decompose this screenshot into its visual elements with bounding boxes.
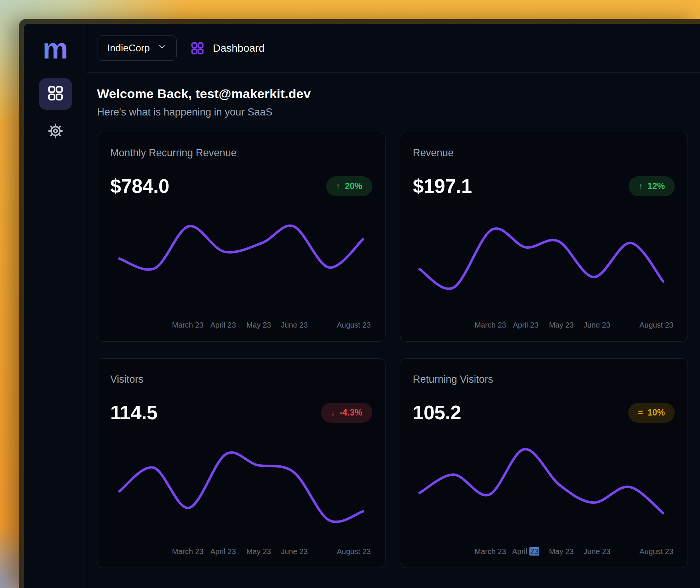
value-row: $784.0 ↑ 20% bbox=[110, 175, 372, 197]
x-axis-label: August 23 bbox=[639, 321, 673, 329]
trend-flat-icon: = bbox=[638, 408, 643, 418]
card-monthly-recurring-revenue: Monthly Recurring Revenue $784.0 ↑ 20% bbox=[97, 132, 385, 342]
card-title: Visitors bbox=[110, 374, 372, 385]
dashboard-grid-icon bbox=[190, 41, 205, 55]
card-title: Returning Visitors bbox=[413, 374, 675, 385]
metric-value: $197.1 bbox=[413, 175, 472, 197]
metric-value: $784.0 bbox=[110, 175, 169, 197]
makerkit-logo: m bbox=[43, 34, 68, 63]
line-chart bbox=[110, 440, 372, 534]
gear-icon bbox=[48, 123, 63, 140]
x-axis-label: April 23 bbox=[210, 321, 236, 329]
x-axis-label: June 23 bbox=[583, 547, 610, 556]
top-header: IndieCorp bbox=[87, 24, 700, 73]
trend-badge: ↑ 20% bbox=[326, 176, 372, 196]
selected-text: 23 bbox=[529, 547, 539, 556]
x-axis-label: August 23 bbox=[337, 547, 371, 556]
x-axis: March 23April 23May 23June 23August 23 bbox=[413, 321, 675, 331]
grid-icon bbox=[47, 85, 64, 103]
x-axis-label: March 23 bbox=[172, 547, 204, 556]
x-axis: March 23April 23May 23June 23August 23 bbox=[110, 547, 372, 557]
workspace-name: IndieCorp bbox=[107, 42, 150, 54]
chart-area: March 23April 23May 23June 23August 23 bbox=[413, 424, 675, 557]
x-axis-label: May 23 bbox=[549, 321, 574, 329]
x-axis-label: June 23 bbox=[583, 321, 610, 329]
x-axis-label: April 23 bbox=[512, 547, 539, 556]
stats-grid: Monthly Recurring Revenue $784.0 ↑ 20% bbox=[97, 132, 688, 568]
sidebar-item-dashboard[interactable] bbox=[39, 78, 72, 110]
value-row: 114.5 ↓ -4.3% bbox=[110, 401, 372, 424]
trend-badge: ↑ 12% bbox=[629, 176, 675, 196]
x-axis: March 23April 23May 23June 23August 23 bbox=[110, 321, 372, 331]
desktop-wallpaper: m bbox=[0, 0, 700, 588]
line-chart bbox=[413, 214, 675, 307]
sidebar: m bbox=[24, 24, 87, 588]
metric-value: 114.5 bbox=[110, 401, 157, 424]
trend-up-icon: ↑ bbox=[638, 181, 643, 191]
x-axis-label: May 23 bbox=[246, 547, 271, 556]
trend-percent: 12% bbox=[648, 181, 665, 191]
trend-down-icon: ↓ bbox=[331, 408, 335, 418]
value-row: $197.1 ↑ 12% bbox=[413, 175, 675, 197]
app-window-frame: m bbox=[19, 19, 700, 588]
chart-area: March 23April 23May 23June 23August 23 bbox=[110, 197, 372, 331]
sidebar-item-settings[interactable] bbox=[39, 116, 72, 148]
card-title: Revenue bbox=[413, 147, 675, 159]
card-visitors: Visitors 114.5 ↓ -4.3% March 23April bbox=[97, 358, 385, 568]
x-axis-label: March 23 bbox=[475, 321, 506, 329]
breadcrumb: Dashboard bbox=[190, 41, 265, 55]
card-returning-visitors: Returning Visitors 105.2 = 10% March bbox=[400, 358, 688, 568]
x-axis-label: May 23 bbox=[246, 321, 271, 329]
chart-area: March 23April 23May 23June 23August 23 bbox=[110, 424, 372, 557]
page-title: Dashboard bbox=[213, 42, 265, 54]
main-area: IndieCorp bbox=[87, 24, 700, 588]
trend-percent: -4.3% bbox=[339, 408, 362, 418]
x-axis-label: August 23 bbox=[639, 547, 673, 556]
line-chart bbox=[413, 440, 675, 534]
trend-percent: 20% bbox=[345, 181, 362, 191]
x-axis: March 23April 23May 23June 23August 23 bbox=[413, 547, 675, 557]
chevron-down-icon bbox=[157, 42, 167, 54]
welcome-heading: Welcome Back, test@makerkit.dev bbox=[97, 86, 688, 101]
value-row: 105.2 = 10% bbox=[413, 401, 675, 424]
workspace-selector-button[interactable]: IndieCorp bbox=[97, 35, 177, 61]
welcome-subtitle: Here's what is happening in your SaaS bbox=[97, 106, 688, 118]
dashboard-content: Welcome Back, test@makerkit.dev Here's w… bbox=[87, 73, 700, 568]
x-axis-label: March 23 bbox=[475, 547, 506, 556]
x-axis-label: May 23 bbox=[549, 547, 574, 556]
x-axis-label: March 23 bbox=[172, 321, 204, 329]
x-axis-label: April 23 bbox=[513, 321, 538, 329]
app-window: m bbox=[24, 24, 700, 588]
x-axis-label: August 23 bbox=[337, 321, 371, 329]
trend-badge: = 10% bbox=[628, 403, 675, 423]
card-title: Monthly Recurring Revenue bbox=[110, 147, 372, 159]
x-axis-label: June 23 bbox=[281, 547, 308, 556]
line-chart bbox=[110, 214, 372, 307]
x-axis-label: April 23 bbox=[210, 547, 236, 556]
chart-area: March 23April 23May 23June 23August 23 bbox=[413, 197, 675, 331]
trend-badge: ↓ -4.3% bbox=[321, 403, 372, 423]
trend-up-icon: ↑ bbox=[336, 181, 341, 191]
card-revenue: Revenue $197.1 ↑ 12% March 23April 2 bbox=[400, 132, 688, 342]
metric-value: 105.2 bbox=[413, 401, 461, 424]
trend-percent: 10% bbox=[648, 408, 665, 418]
x-axis-label: June 23 bbox=[281, 321, 308, 329]
